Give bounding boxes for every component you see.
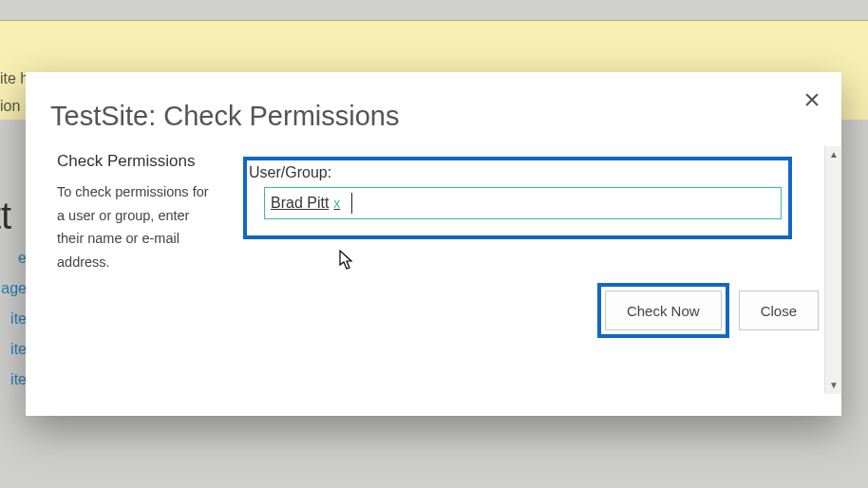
dialog-button-row: Check Now Close bbox=[597, 283, 819, 338]
scroll-up-arrow-icon[interactable]: ▲ bbox=[825, 146, 842, 163]
scroll-down-arrow-icon[interactable]: ▼ bbox=[825, 377, 842, 394]
bg-link[interactable]: ite bbox=[0, 341, 27, 358]
user-group-field-area: User/Group: Brad Pitt x bbox=[249, 164, 786, 219]
page-heading-fragment: tt bbox=[0, 195, 11, 237]
check-permissions-dialog: TestSite: Check Permissions × Check Perm… bbox=[26, 72, 841, 416]
dialog-left-column: Check Permissions To check permissions f… bbox=[57, 152, 218, 274]
text-caret bbox=[351, 193, 352, 214]
bg-link[interactable]: e bbox=[0, 250, 27, 267]
close-icon[interactable]: × bbox=[798, 85, 826, 114]
background-side-links: e age ite ite ite bbox=[0, 250, 27, 388]
section-description: To check permissions for a user or group… bbox=[57, 180, 218, 274]
scrollbar-track[interactable] bbox=[825, 163, 841, 377]
tutorial-highlight-button: Check Now bbox=[597, 283, 729, 338]
user-group-input[interactable]: Brad Pitt x bbox=[264, 187, 782, 219]
section-heading: Check Permissions bbox=[57, 152, 218, 171]
dialog-scrollbar[interactable]: ▲ ▼ bbox=[824, 146, 841, 394]
token-remove-icon[interactable]: x bbox=[333, 196, 340, 211]
bg-link[interactable]: ite bbox=[0, 310, 27, 328]
people-picker-token[interactable]: Brad Pitt x bbox=[271, 195, 340, 212]
close-button[interactable]: Close bbox=[739, 291, 819, 330]
bg-link[interactable]: ite bbox=[0, 371, 27, 388]
dialog-title: TestSite: Check Permissions bbox=[50, 101, 399, 132]
check-now-button[interactable]: Check Now bbox=[605, 291, 722, 330]
banner-text-suffix: ion bbox=[0, 98, 20, 114]
token-name: Brad Pitt bbox=[271, 195, 329, 212]
user-group-label: User/Group: bbox=[249, 164, 786, 181]
bg-link[interactable]: age bbox=[0, 280, 27, 297]
